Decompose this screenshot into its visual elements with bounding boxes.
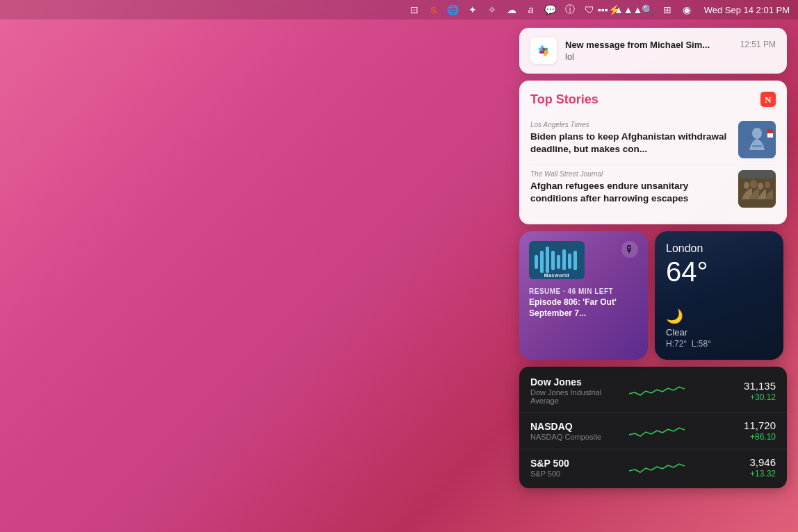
stock-change-dow: +30.12 <box>744 392 776 402</box>
stock-change-sp500: +13.32 <box>749 469 776 479</box>
stock-price-sp500: 3,946 <box>749 456 776 468</box>
globe-icon[interactable]: 🌐 <box>447 3 459 16</box>
podcast-resume-label: RESUME · 46 MIN LEFT <box>529 288 638 295</box>
stock-info-dow: Dow Jones Dow Jones Industrial Average <box>530 376 621 405</box>
news-item-2-source: The Wall Street Journal <box>530 170 731 178</box>
weather-range: H:72° L:58° <box>666 339 772 349</box>
stock-values-nasdaq: 11,720 +86.10 <box>744 419 776 442</box>
podcast-widget[interactable]: Macworld 🎙 RESUME · 46 MIN LEFT Episode … <box>519 231 648 360</box>
weather-high: H:72° <box>666 339 687 349</box>
svg-text:Macworld: Macworld <box>544 273 569 278</box>
news-item-1-source: Los Angeles Times <box>530 121 731 128</box>
podcast-art: Macworld <box>529 241 585 279</box>
stock-info-nasdaq: NASDAQ NASDAQ Composite <box>530 421 621 441</box>
stock-chart-dow <box>629 381 735 401</box>
info-circle-icon[interactable]: ⓘ <box>564 3 576 16</box>
apple-news-icon: N <box>760 92 776 107</box>
svg-rect-13 <box>738 170 776 178</box>
stock-fullname-dow: Dow Jones Industrial Average <box>530 388 621 405</box>
news-widget-header: Top Stories N <box>530 92 776 107</box>
weather-temperature: 64° <box>666 256 772 288</box>
stock-item-sp500[interactable]: S&P 500 S&P 500 3,946 +13.32 <box>519 449 787 485</box>
shield-icon[interactable]: 🛡 <box>583 3 596 16</box>
svg-rect-20 <box>562 249 566 270</box>
stock-item-nasdaq[interactable]: NASDAQ NASDAQ Composite 11,720 +86.10 <box>519 412 787 449</box>
svg-rect-17 <box>546 247 549 273</box>
svg-rect-21 <box>568 253 571 269</box>
svg-point-4 <box>752 128 762 139</box>
sourceforge-icon[interactable]: S <box>427 3 440 16</box>
stock-values-dow: 31,135 +30.12 <box>744 380 776 402</box>
stock-values-sp500: 3,946 +13.32 <box>749 456 776 479</box>
news-item-1-text: Los Angeles Times Biden plans to keep Af… <box>530 121 731 156</box>
svg-point-12 <box>765 181 770 188</box>
slack-icon <box>530 38 557 64</box>
svg-point-10 <box>750 180 757 188</box>
stock-price-nasdaq: 11,720 <box>744 419 776 431</box>
grid-icon[interactable]: ⊞ <box>661 3 674 16</box>
notification-body: lol <box>565 51 776 62</box>
news-item-2-headline: Afghan refugees endure unsanitary condit… <box>530 180 731 205</box>
colorful-circle-icon[interactable]: ◉ <box>681 3 693 16</box>
stock-fullname-sp500: S&P 500 <box>530 469 621 478</box>
svg-rect-19 <box>557 255 560 269</box>
star-outline-icon[interactable]: ✧ <box>486 3 498 16</box>
stock-chart-nasdaq <box>629 420 735 441</box>
wifi-icon[interactable]: ▲▲▲ <box>622 3 635 16</box>
stocks-widget[interactable]: Dow Jones Dow Jones Industrial Average 3… <box>519 367 787 488</box>
stock-change-nasdaq: +86.10 <box>744 432 776 442</box>
stock-name-dow: Dow Jones <box>530 376 621 388</box>
svg-rect-22 <box>573 251 577 270</box>
menubar: ⊡ S 🌐 ✦ ✧ ☁ a 💬 ⓘ 🛡 ▪▪▪⚡ ▲▲▲ 🔍 ⊞ ◉ Wed S… <box>0 0 798 19</box>
weather-icon-row: 🌙 <box>666 308 772 324</box>
weather-city: London <box>666 242 772 255</box>
svg-text:N: N <box>765 94 772 105</box>
stock-name-nasdaq: NASDAQ <box>530 421 621 432</box>
news-item-1[interactable]: Los Angeles Times Biden plans to keep Af… <box>530 115 776 164</box>
weather-condition: Clear <box>666 327 772 338</box>
news-item-1-headline: Biden plans to keep Afghanistan withdraw… <box>530 131 731 156</box>
svg-rect-18 <box>551 251 555 270</box>
weather-widget[interactable]: London 64° 🌙 Clear H:72° L:58° <box>655 231 783 360</box>
news-item-1-image <box>738 121 776 158</box>
widgets-row: Macworld 🎙 RESUME · 46 MIN LEFT Episode … <box>519 231 787 360</box>
stock-chart-sp500 <box>629 457 741 478</box>
news-widget[interactable]: Top Stories N Los Angeles Times Biden pl… <box>519 81 787 224</box>
stock-fullname-nasdaq: NASDAQ Composite <box>530 433 621 441</box>
stock-price-dow: 31,135 <box>744 380 776 392</box>
notification-time: 12:51 PM <box>740 40 776 49</box>
menubar-datetime: Wed Sep 14 2:01 PM <box>704 5 790 15</box>
chat-icon[interactable]: 💬 <box>544 3 557 16</box>
podcast-mic-icon: 🎙 <box>621 241 638 258</box>
camera-icon[interactable]: ⊡ <box>408 3 421 16</box>
stock-name-sp500: S&P 500 <box>530 458 621 469</box>
svg-point-9 <box>744 182 749 189</box>
notification-sender: New message from Michael Sim... <box>565 40 710 50</box>
news-item-2-text: The Wall Street Journal Afghan refugees … <box>530 170 731 205</box>
moon-icon: 🌙 <box>666 308 683 324</box>
stock-item-dow[interactable]: Dow Jones Dow Jones Industrial Average 3… <box>519 369 787 412</box>
svg-rect-5 <box>752 145 762 147</box>
star-icon[interactable]: ✦ <box>466 3 479 16</box>
svg-rect-7 <box>767 133 773 138</box>
slack-notification[interactable]: New message from Michael Sim... 12:51 PM… <box>519 28 787 74</box>
svg-rect-15 <box>535 255 538 269</box>
stock-info-sp500: S&P 500 S&P 500 <box>530 458 621 478</box>
svg-rect-16 <box>540 251 544 273</box>
widgets-area: New message from Michael Sim... 12:51 PM… <box>519 28 787 488</box>
podcast-episode: Episode 806: 'Far Out' September 7... <box>529 297 638 319</box>
weather-low: L:58° <box>692 339 711 349</box>
notification-content: New message from Michael Sim... 12:51 PM… <box>565 40 776 62</box>
news-section-title: Top Stories <box>530 92 598 107</box>
cloud-icon[interactable]: ☁ <box>505 3 518 16</box>
news-item-2[interactable]: The Wall Street Journal Afghan refugees … <box>530 164 776 213</box>
cursive-a-icon[interactable]: a <box>525 3 537 16</box>
podcast-header: Macworld 🎙 <box>529 241 638 279</box>
notification-header: New message from Michael Sim... 12:51 PM <box>565 40 776 50</box>
menubar-icons: ⊡ S 🌐 ✦ ✧ ☁ a 💬 ⓘ 🛡 ▪▪▪⚡ ▲▲▲ 🔍 ⊞ ◉ <box>408 3 693 16</box>
search-icon[interactable]: 🔍 <box>642 3 654 16</box>
news-item-2-image <box>738 170 776 208</box>
